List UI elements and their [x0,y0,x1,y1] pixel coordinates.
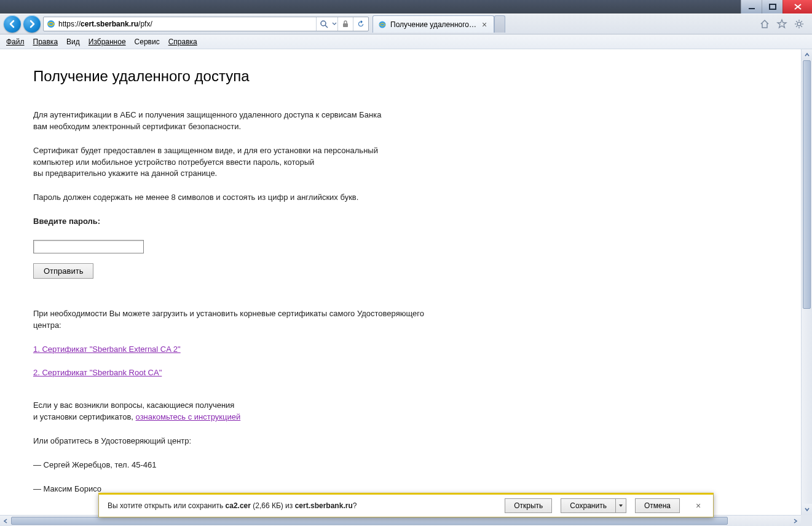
ie-favicon-icon [46,19,56,29]
maximize-icon [769,4,776,10]
lock-icon [342,20,349,28]
favorites-button[interactable] [776,18,787,30]
scroll-track[interactable] [802,60,812,504]
scroll-thumb[interactable] [11,517,728,525]
url-text: https://cert.sberbank.ru/pfx/ [58,20,313,28]
new-tab-button[interactable] [494,15,505,33]
refresh-icon [357,20,365,28]
address-bar[interactable]: https://cert.sberbank.ru/pfx/ [43,17,369,31]
page-content: Получение удаленного доступа Для аутенти… [0,49,801,515]
chevron-up-icon [804,52,810,58]
download-cancel-button[interactable]: Отмена [635,498,680,513]
chevron-left-icon [2,518,9,524]
cert-text: вы предварительно укажите на данной стра… [33,168,768,180]
cert-link-root-ca[interactable]: 2. Сертификат "Sberbank Root CA" [33,368,162,377]
page-title: Получение удаленного доступа [33,68,768,85]
download-message: Вы хотите открыть или сохранить ca2.cer … [108,501,496,510]
active-tab[interactable]: Получение удаленного до... × [372,15,494,33]
tab-title: Получение удаленного до... [390,20,476,29]
close-icon [794,4,802,10]
contact-entry: — Сергей Жеребцов, тел. 45-461 [33,460,768,471]
back-button[interactable] [4,15,21,33]
search-dropdown[interactable] [331,22,337,26]
scroll-right-button[interactable] [790,516,801,526]
svg-rect-1 [770,4,776,9]
vertical-scrollbar[interactable] [801,49,812,515]
scroll-up-button[interactable] [802,49,812,60]
search-button[interactable] [317,20,331,28]
scroll-corner [801,515,812,526]
scroll-down-button[interactable] [802,504,812,515]
menu-view[interactable]: Вид [66,38,80,46]
menu-favorites[interactable]: Избранное [89,38,126,46]
help-text: Если у вас возникли вопросы, касающиеся … [33,400,768,412]
window-title-bar [0,0,812,14]
window-minimize-button[interactable] [741,0,762,14]
chevron-down-icon [618,503,623,508]
menu-tools[interactable]: Сервис [135,38,160,46]
help-text: и установки сертификатов, ознакомьтесь с… [33,412,768,423]
back-arrow-icon [8,20,17,28]
refresh-button[interactable] [353,20,368,28]
viewport: Получение удаленного доступа Для аутенти… [0,49,812,526]
forward-button[interactable] [23,15,41,33]
download-save-button[interactable]: Сохранить [561,498,616,513]
tab-close-button[interactable]: × [480,20,489,29]
svg-point-3 [321,21,326,26]
intro-text: вам необходим электронный сертификат без… [33,121,768,133]
svg-rect-4 [343,23,348,27]
download-notification-bar: Вы хотите открыть или сохранить ca2.cer … [98,493,714,517]
root-cert-text: центра: [33,320,768,332]
chevron-down-icon [804,506,810,512]
intro-text: Для аутентификации в АБС и получения защ… [33,110,768,121]
window-close-button[interactable] [782,0,812,14]
contact-heading: Или обратитесь в Удостоверяющий центр: [33,436,768,447]
window-maximize-button[interactable] [762,0,782,14]
cert-text: Сертификат будет предоставлен в защищенн… [33,145,768,157]
scroll-thumb[interactable] [803,60,811,309]
chevron-right-icon [792,518,798,524]
instructions-link[interactable]: ознакомьтесь с инструкцией [136,412,241,421]
navigation-bar: https://cert.sberbank.ru/pfx/ Получение … [0,14,812,34]
menu-file[interactable]: Файл [6,38,25,46]
download-open-button[interactable]: Открыть [505,498,552,513]
home-icon [759,18,770,30]
download-close-button[interactable]: × [692,501,704,511]
command-bar [759,18,808,30]
scroll-left-button[interactable] [0,516,11,526]
star-icon [776,18,787,30]
menu-bar: Файл Правка Вид Избранное Сервис Справка [0,34,812,49]
root-cert-text: При необходимости Вы можете загрузить и … [33,308,768,320]
submit-button[interactable]: Отправить [33,263,93,279]
download-save-dropdown[interactable] [616,498,626,513]
tools-button[interactable] [794,18,805,30]
menu-help[interactable]: Справка [168,38,197,46]
menu-edit[interactable]: Правка [33,38,58,46]
password-label: Введите пароль: [33,216,768,228]
search-icon [320,20,328,28]
svg-point-6 [797,22,801,26]
minimize-icon [748,4,755,10]
security-lock[interactable] [338,20,353,28]
password-input[interactable] [33,240,144,253]
ie-favicon-icon [378,20,387,29]
svg-rect-0 [749,8,755,9]
chevron-down-icon [332,22,337,26]
cert-link-external-ca2[interactable]: 1. Сертификат "Sberbank External CA 2" [33,345,181,354]
tab-strip: Получение удаленного до... × [372,15,505,33]
cert-text: компьютер или мобильное устройство потре… [33,157,768,169]
gear-icon [794,18,805,30]
forward-arrow-icon [28,20,36,28]
password-rules: Пароль должен содержать не менее 8 симво… [33,192,768,204]
home-button[interactable] [759,18,770,30]
